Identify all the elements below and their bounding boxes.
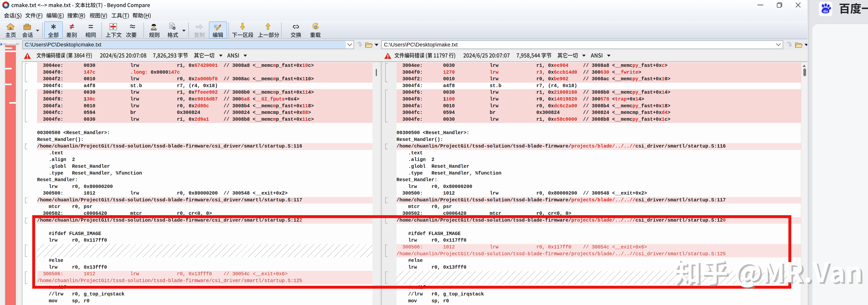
svg-text:du: du (823, 9, 828, 13)
